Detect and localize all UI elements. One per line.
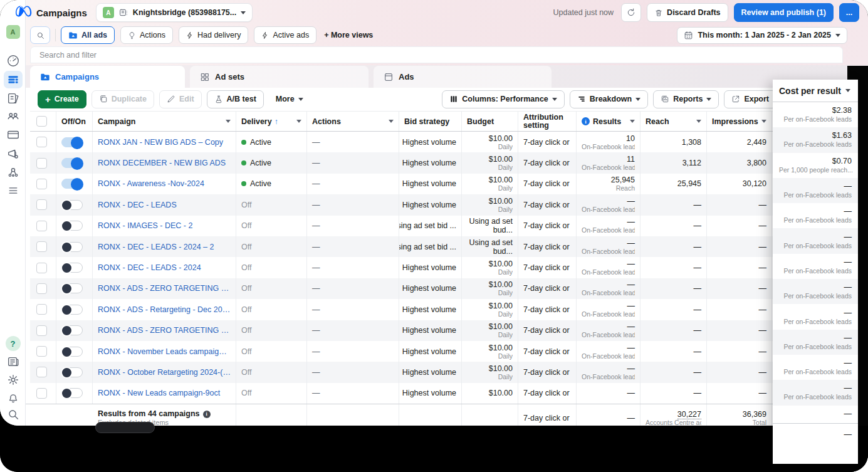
row-checkbox[interactable] [36, 221, 47, 231]
reports-pages-icon[interactable] [0, 92, 26, 105]
tab-ads[interactable]: Ads [374, 66, 552, 88]
hierarchy-icon[interactable] [0, 165, 26, 179]
info-icon[interactable]: i [203, 411, 211, 418]
global-search-icon[interactable] [0, 407, 26, 421]
row-checkbox[interactable] [36, 179, 47, 189]
campaign-toggle[interactable] [61, 347, 83, 357]
col-off-on[interactable]: Off/On [56, 112, 93, 131]
campaign-link[interactable]: RONX JAN - NEW BIG ADS – Copy [98, 138, 231, 147]
row-checkbox[interactable] [36, 367, 47, 377]
campaigns-table-icon[interactable] [0, 71, 26, 88]
campaign-link[interactable]: RONX - ADS - ZERO TARGETING - DECEMBER .… [98, 284, 231, 293]
campaign-toggle[interactable] [61, 305, 83, 315]
campaign-toggle[interactable] [61, 263, 83, 273]
campaign-toggle[interactable] [61, 200, 83, 210]
col-budget[interactable]: Budget [462, 112, 518, 131]
ads-settings-megaphone-icon[interactable] [0, 147, 26, 160]
search-and-filter-input[interactable] [30, 46, 843, 63]
row-checkbox[interactable] [36, 241, 47, 252]
col-reach[interactable]: Reach [641, 112, 707, 131]
row-checkbox[interactable] [36, 199, 47, 210]
col-impressions[interactable]: Impressions [707, 112, 772, 131]
row-checkbox[interactable] [36, 283, 47, 294]
cost-per-result-cell: — Per on-Facebook leads [773, 203, 858, 228]
campaign-toggle[interactable] [61, 221, 83, 231]
col-campaign[interactable]: Campaign [93, 112, 236, 131]
row-checkbox[interactable] [36, 325, 47, 336]
campaign-link[interactable]: RONX - November Leads campaign (AV) [98, 347, 231, 356]
campaign-toggle[interactable] [61, 137, 83, 147]
row-checkbox[interactable] [36, 263, 47, 273]
create-button[interactable]: +Create [38, 90, 86, 108]
col-results[interactable]: iResults [577, 112, 641, 131]
filter-active-ads[interactable]: Active ads [254, 26, 316, 44]
col-attribution[interactable]: Attribution setting [518, 112, 577, 131]
campaign-link[interactable]: RONX - ADS - ZERO TARGETING - NOV 2024 –… [98, 326, 231, 335]
reports-button[interactable]: Reports [653, 90, 719, 108]
campaign-toggle[interactable] [61, 179, 83, 189]
settings-gear-icon[interactable] [0, 373, 26, 387]
filter-actions[interactable]: Actions [120, 26, 173, 44]
account-avatar[interactable]: A [0, 25, 26, 39]
campaign-link[interactable]: RONX - DEC - LEADS - 2024 [98, 263, 231, 272]
col-bid-strategy[interactable]: Bid strategy [399, 112, 462, 131]
row-checkbox[interactable] [36, 304, 47, 315]
account-selector[interactable]: A Knightsbridge (853988175... [96, 3, 253, 22]
tab-ad-sets[interactable]: Ad sets [190, 66, 369, 88]
row-checkbox[interactable] [36, 346, 47, 357]
campaign-toggle[interactable] [61, 325, 83, 335]
actions-cell: — [307, 132, 399, 152]
col-delivery[interactable]: Delivery↑ [236, 112, 307, 131]
campaign-toggle[interactable] [61, 242, 83, 252]
row-checkbox[interactable] [36, 137, 47, 147]
bid-strategy-cell: Highest volume [399, 299, 462, 320]
filter-all-ads[interactable]: All ads [61, 26, 115, 44]
campaign-toggle[interactable] [61, 158, 83, 168]
col-actions[interactable]: Actions [307, 112, 399, 131]
campaign-link[interactable]: RONX - New Leads campaign-9oct [98, 389, 231, 397]
results-cell: — [577, 383, 641, 404]
filter-had-delivery[interactable]: Had delivery [179, 26, 248, 44]
columns-button[interactable]: Columns: Performance [442, 90, 565, 108]
date-range-selector[interactable]: This month: 1 Jan 2025 - 2 Jan 2025 [677, 27, 847, 44]
tab-campaigns[interactable]: Campaigns [30, 66, 185, 88]
ab-test-button[interactable]: A/B test [207, 90, 264, 108]
row-checkbox[interactable] [36, 388, 47, 399]
campaign-link[interactable]: RONX - DEC - LEADS [98, 201, 231, 209]
audiences-people-icon[interactable] [0, 109, 26, 123]
updates-news-icon[interactable] [0, 355, 26, 369]
export-button[interactable]: Export [724, 90, 776, 108]
campaign-link[interactable]: RONX - ADS - Retargeting - Dec 2024 – Co… [98, 305, 231, 314]
campaign-link[interactable]: RONX - October Retargeting 2024-(AV) HIG… [98, 368, 231, 377]
more-button[interactable]: More [269, 90, 310, 108]
discard-drafts-button[interactable]: Discard Drafts [647, 3, 728, 22]
campaign-link[interactable]: RONX DECEMBER - NEW BIG ADS [98, 159, 231, 167]
filter-search-button[interactable] [30, 26, 50, 44]
overview-gauge-icon[interactable] [0, 54, 26, 68]
active-dot-icon [241, 160, 246, 165]
campaign-link[interactable]: RONX - IMAGES - DEC - 2 [98, 221, 231, 230]
table-area: +Create Duplicate Edit A/B test More [26, 88, 868, 426]
row-checkbox[interactable] [36, 158, 47, 169]
campaign-toggle[interactable] [61, 388, 83, 398]
cost-per-result-header[interactable]: Cost per result [773, 80, 858, 102]
notifications-bell-icon[interactable] [0, 391, 26, 404]
meta-logo-icon[interactable] [16, 4, 37, 21]
billing-card-icon[interactable] [0, 128, 26, 142]
more-options-button[interactable]: ... [839, 3, 859, 22]
help-icon[interactable]: ? [0, 336, 26, 351]
table-row: RONX DECEMBER - NEW BIG ADS Active — Hig… [30, 152, 868, 173]
all-tools-menu-icon[interactable] [0, 184, 26, 197]
edit-button[interactable]: Edit [159, 90, 202, 108]
table-body: RONX JAN - NEW BIG ADS – Copy Active — H… [26, 132, 868, 426]
select-all-checkbox[interactable] [36, 116, 47, 127]
breakdown-button[interactable]: Breakdown [570, 90, 648, 108]
campaign-link[interactable]: RONX - DEC - LEADS - 2024 – 2 [98, 243, 231, 251]
refresh-button[interactable] [621, 3, 641, 22]
campaign-toggle[interactable] [61, 283, 83, 293]
duplicate-button[interactable]: Duplicate [92, 90, 154, 108]
campaign-toggle[interactable] [61, 367, 83, 377]
review-and-publish-button[interactable]: Review and publish (1) [734, 3, 834, 22]
campaign-link[interactable]: RONX - Awareness -Nov-2024 [98, 179, 231, 188]
more-views-button[interactable]: + More views [324, 31, 373, 39]
